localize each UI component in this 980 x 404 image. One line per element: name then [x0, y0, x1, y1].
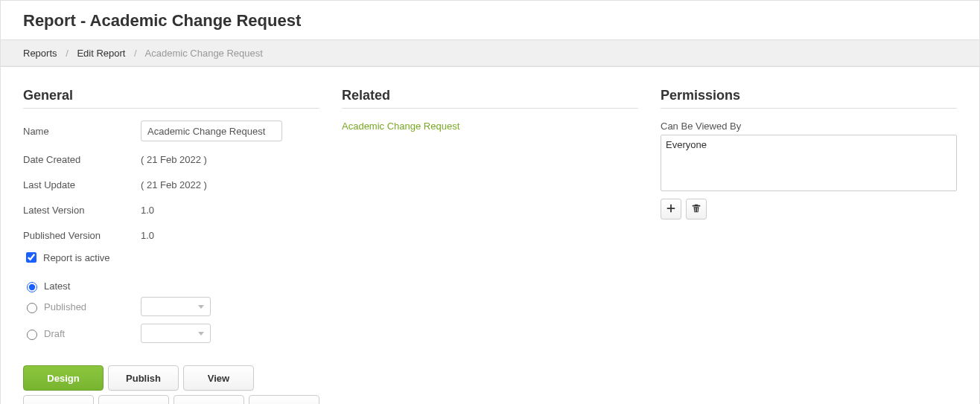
plus-icon — [666, 203, 676, 216]
breadcrumb: Reports / Edit Report / Academic Change … — [1, 40, 979, 67]
divider — [23, 108, 319, 109]
latest-version-label: Latest Version — [23, 205, 141, 216]
last-update-value: ( 21 Feb 2022 ) — [141, 179, 207, 190]
viewed-by-label: Can Be Viewed By — [661, 121, 957, 132]
published-version-label: Published Version — [23, 230, 141, 241]
general-heading: General — [23, 88, 319, 103]
breadcrumb-current: Academic Change Request — [145, 48, 263, 59]
last-update-label: Last Update — [23, 179, 141, 190]
migrate-button[interactable]: Migrate — [174, 395, 244, 404]
view-button[interactable]: View — [183, 365, 254, 391]
trash-icon — [691, 203, 701, 216]
link-button[interactable]: Link — [23, 395, 94, 404]
draft-version-select[interactable] — [141, 324, 211, 343]
share-button[interactable]: Share — [98, 395, 169, 404]
radio-draft[interactable] — [27, 330, 37, 340]
breadcrumb-sep: / — [134, 48, 137, 59]
publish-button[interactable]: Publish — [108, 365, 179, 391]
related-link[interactable]: Academic Change Request — [342, 121, 459, 132]
date-created-value: ( 21 Feb 2022 ) — [141, 154, 207, 165]
remove-permission-button[interactable] — [686, 199, 707, 219]
divider — [661, 108, 957, 109]
page-title: Report - Academic Change Request — [23, 11, 957, 31]
published-version-select[interactable] — [141, 297, 211, 316]
radio-latest-label: Latest — [44, 280, 70, 292]
published-version-value: 1.0 — [141, 230, 154, 241]
name-label: Name — [23, 126, 141, 137]
related-heading: Related — [342, 88, 638, 103]
report-active-checkbox[interactable] — [26, 252, 36, 263]
name-input[interactable] — [141, 121, 282, 141]
delete-button[interactable]: Delete — [249, 395, 319, 404]
divider — [342, 108, 638, 109]
add-permission-button[interactable] — [661, 199, 681, 219]
date-created-label: Date Created — [23, 154, 141, 165]
permissions-heading: Permissions — [661, 88, 957, 103]
radio-published[interactable] — [27, 303, 37, 313]
breadcrumb-edit-report[interactable]: Edit Report — [77, 48, 125, 59]
list-item[interactable]: Everyone — [666, 138, 952, 151]
breadcrumb-reports[interactable]: Reports — [23, 48, 57, 59]
radio-latest[interactable] — [27, 282, 37, 292]
design-button[interactable]: Design — [23, 365, 104, 391]
report-active-label: Report is active — [43, 252, 110, 263]
viewed-by-listbox[interactable]: Everyone — [661, 135, 957, 191]
breadcrumb-sep: / — [66, 48, 69, 59]
latest-version-value: 1.0 — [141, 205, 154, 216]
radio-draft-label: Draft — [44, 328, 65, 339]
radio-published-label: Published — [44, 301, 86, 312]
